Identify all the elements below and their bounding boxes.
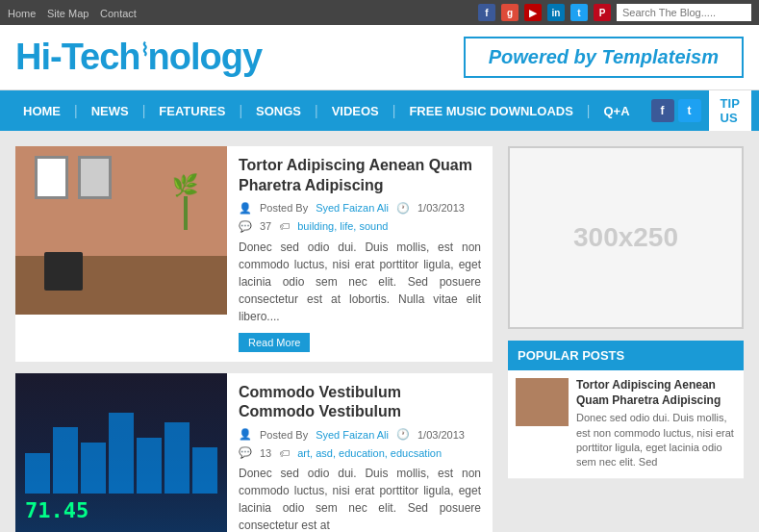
sidebar-ad: 300x250 <box>508 146 744 329</box>
post-meta-label-1: Posted By <box>260 202 308 214</box>
sidebar-ad-text: 300x250 <box>573 222 678 253</box>
author-icon-2: 👤 <box>239 428 252 441</box>
chart-bar-5 <box>137 438 162 494</box>
post-inner-1: 🌿 Tortor Adipiscing Aenean Quam Pharetra… <box>15 146 493 362</box>
nav-songs[interactable]: SONGS <box>242 92 315 130</box>
popular-posts-section: POPULAR POSTS Tortor Adipiscing Aenean Q… <box>508 341 744 479</box>
top-bar: Home Site Map Contact f g ▶ in t P <box>0 0 759 25</box>
popular-post-item-1: Tortor Adipiscing Aenean Quam Pharetra A… <box>508 370 744 479</box>
nav-links: HOME | NEWS | FEATURES | SONGS | VIDEOS … <box>10 92 644 130</box>
post-meta-1: 👤 Posted By Syed Faizan Ali 🕐 1/03/2013 <box>239 202 481 215</box>
tag-icon-2: 🏷 <box>279 447 290 459</box>
post-tags-1[interactable]: building, life, sound <box>297 220 388 232</box>
author-icon-1: 👤 <box>239 202 252 215</box>
nav-free-music[interactable]: FREE MUSIC DOWNLOADS <box>395 92 586 130</box>
chart-bar-3 <box>81 443 106 494</box>
post-body-1: Tortor Adipiscing Aenean Quam Pharetra A… <box>227 146 493 362</box>
post-author-1[interactable]: Syed Faizan Ali <box>316 202 389 214</box>
top-bar-right: f g ▶ in t P <box>478 4 751 21</box>
linkedin-icon-top[interactable]: in <box>547 4 565 21</box>
header: Hi-Tech⌇nology Powered by Templateism <box>0 25 759 90</box>
room-chair <box>44 252 83 291</box>
post-date-1: 1/03/2013 <box>417 202 465 214</box>
plant-leaves-icon: 🌿 <box>172 175 198 196</box>
nav-social: f t <box>651 99 701 122</box>
post-tags-2[interactable]: art, asd, education, educsation <box>297 447 442 459</box>
popular-posts-header: POPULAR POSTS <box>508 341 744 370</box>
chart-bar-2 <box>53 427 78 493</box>
post-comments-2: 13 <box>260 447 271 459</box>
room-scene: 🌿 <box>15 146 227 315</box>
post-excerpt-2: Donec sed odio dui. Duis mollis, est non… <box>239 465 481 532</box>
chart-bar-4 <box>109 413 134 494</box>
top-bar-links: Home Site Map Contact <box>8 6 144 20</box>
clock-icon-2: 🕐 <box>396 428 410 441</box>
googleplus-icon-top[interactable]: g <box>501 4 519 21</box>
plant-stem <box>184 196 188 230</box>
read-more-1[interactable]: Read More <box>239 333 310 352</box>
post-inner-2: 71.45 Commodo Vestibulum Commodo Vestibu… <box>15 373 493 532</box>
ad-banner: Powered by Templateism <box>464 37 744 78</box>
post-card-1: 🌿 Tortor Adipiscing Aenean Quam Pharetra… <box>15 146 493 362</box>
home-link[interactable]: Home <box>8 8 36 19</box>
pinterest-icon-top[interactable]: P <box>594 4 611 21</box>
popular-post-excerpt-1: Donec sed odio dui. Duis mollis, est non… <box>576 411 736 470</box>
chart-bar-1 <box>25 453 50 494</box>
post-thumbnail-2: 71.45 <box>15 373 227 532</box>
nav-news[interactable]: NEWS <box>78 92 142 130</box>
contact-link[interactable]: Contact <box>100 8 137 19</box>
chart-bar-7 <box>192 447 217 493</box>
search-input[interactable] <box>617 4 751 21</box>
tag-icon-1: 🏷 <box>279 220 290 232</box>
post-date-2: 1/03/2013 <box>417 429 465 441</box>
post-meta-2b: 💬 13 🏷 art, asd, education, educsation <box>239 446 481 459</box>
post-excerpt-1: Donec sed odio dui. Duis mollis, est non… <box>239 239 481 325</box>
phone-display-number: 71.45 <box>25 498 89 522</box>
twitter-icon-top[interactable]: t <box>570 4 588 21</box>
room-frame-2 <box>78 156 112 199</box>
logo-part2: nology <box>148 37 263 77</box>
post-author-2[interactable]: Syed Faizan Ali <box>316 429 389 441</box>
popular-thumb-bg-1 <box>516 378 569 426</box>
nav-features[interactable]: FEATURES <box>145 92 239 130</box>
facebook-icon-top[interactable]: f <box>478 4 495 21</box>
logo-pulse-icon: ⌇ <box>140 40 148 60</box>
clock-icon-1: 🕐 <box>396 202 410 215</box>
nav-qa[interactable]: Q+A <box>591 92 644 130</box>
post-body-2: Commodo Vestibulum Commodo Vestibulum 👤 … <box>227 373 493 532</box>
logo-text: Hi-Tech⌇nology <box>15 37 262 78</box>
popular-post-thumbnail-1 <box>516 378 569 426</box>
chart-bar-6 <box>164 422 190 494</box>
phone-chart <box>15 393 227 494</box>
comment-icon-1: 💬 <box>239 220 252 233</box>
phone-screen: 71.45 <box>15 373 227 532</box>
logo-part1: Hi-Tech <box>15 37 140 77</box>
nav: HOME | NEWS | FEATURES | SONGS | VIDEOS … <box>0 90 759 131</box>
post-meta-2: 👤 Posted By Syed Faizan Ali 🕐 1/03/2013 <box>239 428 481 441</box>
sidebar: 300x250 POPULAR POSTS Tortor Adipiscing … <box>508 146 744 532</box>
ad-banner-text: Powered by Templateism <box>489 46 719 68</box>
post-title-1: Tortor Adipiscing Aenean Quam Pharetra A… <box>239 156 481 196</box>
post-thumbnail-1: 🌿 <box>15 146 227 315</box>
sitemap-link[interactable]: Site Map <box>47 8 89 19</box>
post-comments-1: 37 <box>260 220 271 232</box>
logo: Hi-Tech⌇nology <box>15 37 262 78</box>
youtube-icon-top[interactable]: ▶ <box>524 4 542 21</box>
post-meta-label-2: Posted By <box>260 429 308 441</box>
popular-post-body-1: Tortor Adipiscing Aenean Quam Pharetra A… <box>576 378 736 470</box>
nav-home[interactable]: HOME <box>10 92 74 130</box>
room-plant: 🌿 <box>172 175 198 230</box>
facebook-nav-icon[interactable]: f <box>651 99 674 122</box>
post-title-2: Commodo Vestibulum Commodo Vestibulum <box>239 383 481 423</box>
room-frame-1 <box>35 156 68 199</box>
content-area: 🌿 Tortor Adipiscing Aenean Quam Pharetra… <box>15 146 493 532</box>
tip-us-button[interactable]: TIP US <box>709 90 751 131</box>
popular-post-title-1[interactable]: Tortor Adipiscing Aenean Quam Pharetra A… <box>576 378 736 408</box>
comment-icon-2: 💬 <box>239 446 252 459</box>
twitter-nav-icon[interactable]: t <box>678 99 701 122</box>
post-card-2: 71.45 Commodo Vestibulum Commodo Vestibu… <box>15 373 493 532</box>
nav-videos[interactable]: VIDEOS <box>318 92 392 130</box>
post-meta-1b: 💬 37 🏷 building, life, sound <box>239 220 481 233</box>
main-content: 🌿 Tortor Adipiscing Aenean Quam Pharetra… <box>0 131 759 532</box>
